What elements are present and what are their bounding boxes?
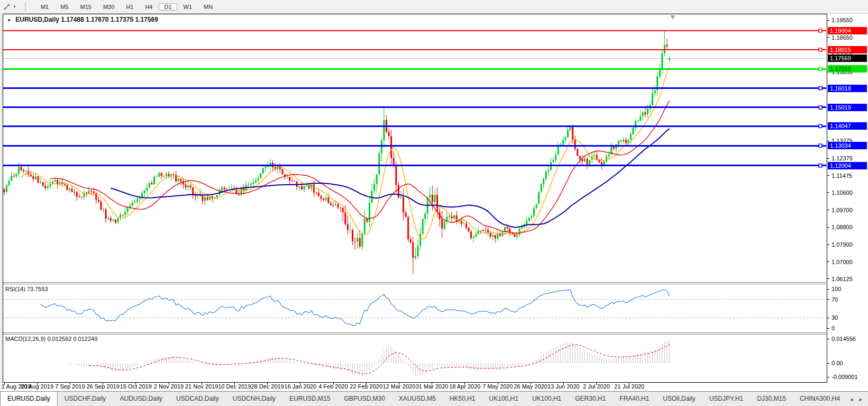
chart-canvas[interactable] (0, 0, 868, 406)
price-axis-label: 1.06125 (832, 276, 853, 282)
date-axis-label: 31 Mar 2020 (416, 383, 449, 390)
price-line-tag: 1.12004 (828, 162, 867, 169)
chart-ohlc-values: 1.17488 1.17670 1.17375 1.17569 (61, 16, 158, 23)
price-line-tag: 1.18015 (828, 46, 867, 53)
price-axis-label: 1.08800 (832, 224, 853, 230)
rsi-indicator-label: RSI(14) 73.7553 (5, 286, 48, 292)
tab-hk50-h1[interactable]: HK50,H1 (443, 392, 482, 406)
price-axis-label: 1.09700 (832, 207, 853, 213)
chart-symbol-label: EURUSD,Daily (15, 16, 59, 23)
price-line-tag: 1.15019 (828, 104, 867, 111)
macd-axis-label: 0.014556 (832, 336, 856, 342)
tab-xauusd-m5[interactable]: XAUUSD,M5 (392, 392, 443, 406)
date-axis-label: 12 Mar 2020 (383, 383, 416, 390)
price-axis-label: 1.07900 (832, 241, 853, 248)
price-line-tag: 1.13034 (828, 142, 867, 149)
date-axis-label: 15 Oct 2019 (120, 383, 152, 390)
rsi-axis-label: 30 (832, 314, 838, 321)
macd-axis-label: 0.00 (832, 360, 843, 366)
date-axis-label: 13 Jun 2020 (547, 383, 580, 390)
price-axis-label: 1.18650 (832, 34, 853, 41)
tab-fra40-h1[interactable]: FRA40,H1 (613, 392, 656, 406)
tab-uk100-h1[interactable]: UK100,H1 (482, 392, 525, 406)
price-line-tag: 1.19004 (828, 27, 867, 34)
date-axis-label: 7 Sep 2019 (55, 383, 85, 390)
date-axis-label: 2 Nov 2019 (154, 383, 184, 390)
tab-scroll-right-icon[interactable]: ▸ (856, 396, 865, 403)
date-axis-label: 20 Aug 2019 (21, 383, 53, 390)
down-arrow-marker-icon (670, 15, 675, 20)
rsi-axis-label: 100 (832, 286, 841, 292)
collapse-triangle-icon[interactable]: ▼ (7, 18, 11, 23)
tab-scroll-left-icon[interactable]: ◂ (847, 396, 856, 403)
rsi-axis-label: 0 (832, 325, 835, 331)
tab-eurusd-daily[interactable]: EURUSD,Daily (0, 391, 58, 406)
tab-usdcad-daily[interactable]: USDCAD,Daily (169, 392, 226, 406)
tab-gbpusd-m30[interactable]: GBPUSD,M30 (337, 392, 391, 406)
panel-splitter-macd[interactable] (3, 332, 827, 335)
panel-splitter-rsi[interactable] (3, 282, 827, 284)
date-axis-label: 21 Jul 2020 (614, 383, 644, 390)
price-line-tag: 1.17016 (828, 65, 867, 73)
macd-axis-label: -0.009001 (832, 374, 858, 380)
price-line-tag: 1.16018 (828, 85, 867, 92)
price-axis-label: 1.12375 (832, 155, 853, 161)
date-axis-label: 10 Dec 2019 (218, 383, 251, 390)
date-axis-label: 2 Jul 2020 (583, 383, 610, 390)
price-axis-label: 1.10600 (832, 190, 853, 196)
date-axis-label: 7 May 2020 (482, 383, 513, 390)
tab-usdcnh-daily[interactable]: USDCNH,Daily (226, 392, 282, 406)
tab-usdjpy-h1[interactable]: USDJPY,H1 (702, 392, 750, 406)
date-axis-label: 26 May 2020 (514, 383, 547, 390)
chart-tab-bar: EURUSD,DailyUSDCHF,DailyAUDUSD,DailyUSDC… (0, 391, 868, 406)
tab-usdchf-daily[interactable]: USDCHF,Daily (58, 392, 113, 406)
tab-audusd-daily[interactable]: AUDUSD,Daily (113, 392, 169, 406)
tab-uk100-h1[interactable]: UK100,H1 (525, 392, 568, 406)
tab-eurusd-m15[interactable]: EURUSD,M15 (282, 392, 337, 406)
date-axis-label: 4 Feb 2020 (318, 383, 348, 390)
price-line-tag: 1.14047 (828, 122, 867, 130)
tab-dj30-m15[interactable]: DJ30,M15 (750, 392, 793, 406)
macd-indicator-label: MACD(12,26,9) 0.012592 0.012249 (5, 336, 97, 342)
tab-ger30-h1[interactable]: GER30,H1 (568, 392, 613, 406)
chart-title: ▼ EURUSD,Daily 1.17488 1.17670 1.17375 1… (7, 16, 158, 23)
date-axis-label: 21 Nov 2019 (185, 383, 218, 390)
date-axis-label: 28 Dec 2019 (251, 383, 284, 390)
date-axis-label: 16 Jan 2020 (285, 383, 317, 390)
price-axis-label: 1.07000 (832, 259, 853, 265)
date-axis-label: 18 Apr 2020 (449, 383, 480, 390)
current-price-tag: 1.17569 (828, 55, 867, 62)
trading-app-window: ▼ M1M5M15M30H1H4D1W1MN ▼ EURUSD,Daily 1.… (0, 0, 868, 406)
price-axis-label: 1.11475 (832, 173, 852, 179)
date-axis-label: 26 Sep 2019 (86, 383, 119, 390)
price-axis-label: 1.19550 (832, 17, 853, 23)
tab-china300-h4[interactable]: CHINA300,H4 (793, 392, 847, 406)
tab-scrollers: ◂▸ (847, 392, 868, 406)
rsi-axis-label: 70 (832, 296, 838, 303)
date-axis-label: 22 Feb 2020 (350, 383, 382, 390)
tab-usoil-daily[interactable]: USOil,Daily (656, 392, 702, 406)
